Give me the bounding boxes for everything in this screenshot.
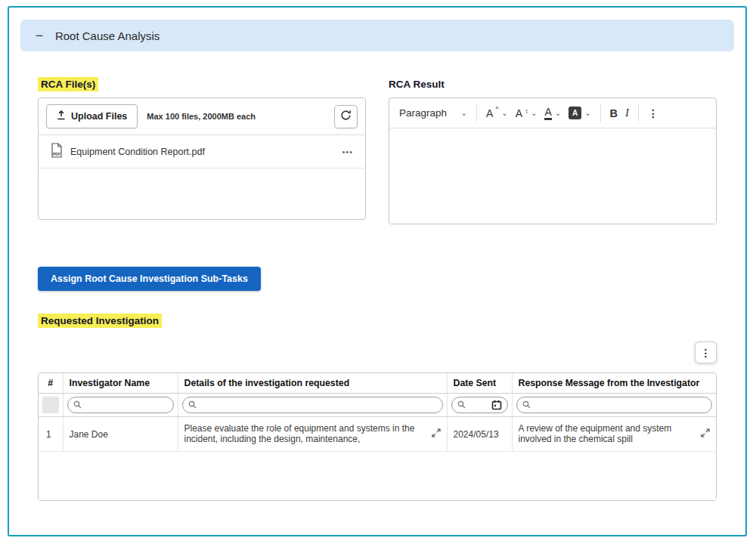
expand-response-icon[interactable] [701, 428, 710, 440]
rca-result-label: RCA Result [389, 77, 445, 91]
column-header-response[interactable]: Response Message from the Investigator [512, 373, 716, 394]
italic-button[interactable]: I [621, 104, 633, 122]
column-header-investigator[interactable]: Investigator Name [63, 373, 178, 394]
upload-header: Upload Files Max 100 files, 2000MB each [39, 98, 365, 135]
chevron-down-icon: ⌄ [531, 110, 537, 117]
details-text: Please evaluate the role of equipment an… [184, 424, 427, 444]
rich-text-editor-content[interactable] [389, 128, 716, 224]
refresh-icon [340, 110, 352, 123]
file-drop-area[interactable] [39, 168, 365, 219]
paragraph-format-label: Paragraph [399, 107, 447, 119]
rca-files-label: RCA File(s) [38, 77, 98, 91]
details-filter-input[interactable] [200, 400, 437, 410]
toolbar-divider [600, 104, 601, 122]
bold-icon: B [610, 107, 618, 119]
font-color-icon: A [544, 106, 551, 120]
table-filter-row [39, 394, 716, 417]
panel-header: − Root Cause Analysis [20, 20, 734, 51]
search-icon [73, 398, 82, 412]
file-menu-button[interactable]: ••• [342, 147, 353, 156]
file-name: Equipment Condition Report.pdf [70, 147, 205, 157]
panel-title: Root Cause Analysis [55, 29, 160, 42]
rich-text-editor: Paragraph ⌄ A≡ ⌄ A↕ ⌄ A [389, 97, 717, 224]
upload-limit-text: Max 100 files, 2000MB each [147, 112, 256, 121]
font-name-button[interactable]: A≡ ⌄ [482, 104, 512, 122]
investigation-table: # Investigator Name Details of the inves… [38, 372, 717, 501]
search-icon [457, 398, 466, 412]
root-cause-analysis-panel: − Root Cause Analysis RCA File(s) Upload… [8, 6, 747, 536]
response-filter [516, 397, 713, 413]
upload-files-label: Upload Files [71, 111, 127, 122]
response-filter-input[interactable] [534, 400, 707, 410]
row-number: 1 [39, 417, 63, 452]
expand-details-icon[interactable] [432, 428, 441, 440]
table-row: 1 Jane Doe Please evaluate the role of e… [39, 417, 716, 452]
search-icon [522, 398, 531, 412]
number-filter-disabled [42, 397, 59, 413]
background-color-button[interactable]: A ⌄ [565, 104, 594, 122]
chevron-down-icon: ⌄ [555, 110, 561, 117]
investigator-name-cell: Jane Doe [63, 417, 178, 452]
date-sent-cell: 2024/05/13 [447, 417, 512, 452]
kebab-icon: ⋮ [701, 347, 711, 359]
toolbar-divider [638, 104, 639, 122]
calendar-icon[interactable] [491, 400, 502, 410]
font-size-icon: A↕ [516, 107, 522, 119]
refresh-button[interactable] [334, 105, 358, 128]
column-header-details[interactable]: Details of the investigation requested [178, 373, 447, 394]
paragraph-format-select[interactable]: Paragraph ⌄ [395, 104, 471, 122]
assign-subtasks-button[interactable]: Assign Root Cause Investigation Sub-Task… [38, 267, 261, 291]
pdf-file-icon: PDF [51, 143, 63, 160]
font-name-icon: A≡ [486, 107, 493, 119]
bold-button[interactable]: B [606, 104, 621, 122]
editor-toolbar: Paragraph ⌄ A≡ ⌄ A↕ ⌄ A [389, 98, 716, 128]
response-cell: A review of the equipment and system inv… [512, 417, 716, 452]
chevron-down-icon: ⌄ [501, 110, 507, 117]
chevron-down-icon: ⌄ [584, 110, 590, 117]
investigator-filter-input[interactable] [85, 400, 168, 410]
file-upload-box: Upload Files Max 100 files, 2000MB each [38, 97, 366, 220]
column-header-number[interactable]: # [39, 373, 63, 394]
date-sent-filter-input[interactable] [469, 400, 488, 410]
table-header-row: # Investigator Name Details of the inves… [39, 373, 716, 394]
svg-text:PDF: PDF [53, 152, 60, 156]
kebab-icon: ⋮ [648, 107, 658, 119]
column-header-date-sent[interactable]: Date Sent [447, 373, 512, 394]
date-sent-filter [451, 397, 508, 413]
response-text: A review of the equipment and system inv… [519, 424, 697, 444]
italic-icon: I [625, 107, 629, 119]
requested-investigation-label: Requested Investigation [38, 314, 162, 328]
details-cell: Please evaluate the role of equipment an… [178, 417, 447, 452]
upload-icon [57, 110, 66, 122]
search-icon [188, 398, 197, 412]
uploaded-file-row: PDF Equipment Condition Report.pdf ••• [39, 135, 365, 168]
details-filter [182, 397, 443, 413]
toolbar-divider [476, 104, 477, 122]
font-color-button[interactable]: A ⌄ [541, 103, 565, 123]
investigator-filter [67, 397, 174, 413]
upload-files-button[interactable]: Upload Files [46, 104, 138, 128]
chevron-down-icon: ⌄ [461, 110, 467, 117]
table-menu-button[interactable]: ⋮ [695, 342, 717, 363]
table-empty-area [39, 452, 716, 500]
toolbar-more-button[interactable]: ⋮ [644, 104, 662, 122]
font-size-button[interactable]: A↕ ⌄ [512, 104, 541, 122]
background-color-icon: A [569, 107, 581, 119]
collapse-icon[interactable]: − [36, 29, 43, 42]
